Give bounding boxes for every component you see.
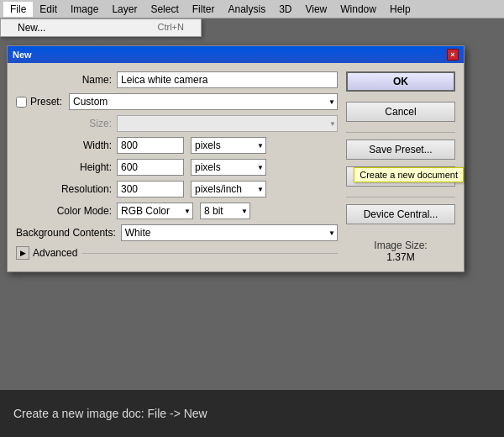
dialog-left-panel: Name: Preset: Custom ▼ Size:: [16, 71, 338, 263]
caption-text: Create a new image doc: File -> New: [13, 407, 207, 420]
dialog-close-button[interactable]: ×: [447, 49, 459, 61]
menu-image[interactable]: Image: [64, 2, 105, 17]
preset-checkbox[interactable]: [16, 97, 27, 108]
size-label: Size:: [16, 118, 117, 129]
width-row: Width: pixelsinchescm ▼: [16, 137, 338, 154]
size-input[interactable]: [117, 115, 338, 132]
advanced-toggle-button[interactable]: ▶: [16, 246, 29, 260]
dialog-title: New: [13, 50, 32, 60]
height-unit-select[interactable]: pixelsinchescm: [191, 159, 266, 176]
image-size-value: 1.37M: [346, 251, 455, 263]
ok-button[interactable]: OK: [346, 71, 455, 92]
bg-select[interactable]: WhiteBackground ColorTransparent: [121, 224, 338, 241]
name-input[interactable]: [117, 71, 338, 88]
new-document-dialog: New × Name: Preset: Custom: [7, 45, 465, 272]
device-central-button[interactable]: Device Central...: [346, 204, 455, 224]
width-unit-select[interactable]: pixelsinchescm: [191, 137, 266, 154]
advanced-label: Advanced: [33, 247, 77, 259]
caption-bar: Create a new image doc: File -> New: [0, 390, 504, 437]
name-label: Name:: [16, 74, 117, 86]
menu-edit[interactable]: Edit: [33, 2, 64, 17]
name-row: Name:: [16, 71, 338, 88]
menu-view[interactable]: View: [298, 2, 333, 17]
file-menu-dropdown: New... Ctrl+N: [0, 18, 202, 37]
height-row: Height: pixelsinchescm ▼: [16, 159, 338, 176]
cancel-button[interactable]: Cancel: [346, 102, 455, 122]
menu-help[interactable]: Help: [383, 2, 417, 17]
width-label: Width:: [16, 140, 117, 151]
resolution-input[interactable]: [117, 181, 184, 197]
height-input[interactable]: [117, 159, 184, 176]
menu-window[interactable]: Window: [333, 2, 383, 17]
resolution-label: Resolution:: [16, 183, 117, 195]
resolution-unit-select[interactable]: pixels/inchpixels/cm: [191, 181, 266, 197]
advanced-divider: [82, 253, 338, 254]
color-mode-row: Color Mode: RGB ColorGrayscaleCMYK Color…: [16, 203, 338, 219]
save-preset-button[interactable]: Save Preset...: [346, 140, 455, 160]
preset-label: Preset:: [30, 96, 66, 108]
menu-layer[interactable]: Layer: [105, 2, 144, 17]
height-label: Height:: [16, 161, 117, 173]
background-contents-row: Background Contents: WhiteBackground Col…: [16, 224, 338, 241]
bit-depth-select[interactable]: 8 bit16 bit32 bit: [200, 203, 250, 219]
menu-filter[interactable]: Filter: [186, 2, 222, 17]
menu-file[interactable]: File: [3, 2, 33, 17]
bg-label: Background Contents:: [16, 227, 121, 239]
preset-row: Preset: Custom ▼: [16, 93, 338, 110]
menu-new-item[interactable]: New... Ctrl+N: [1, 19, 201, 36]
advanced-row: ▶ Advanced: [16, 246, 338, 260]
menu-3d[interactable]: 3D: [272, 2, 298, 17]
dialog-titlebar: New ×: [8, 46, 464, 63]
color-mode-label: Color Mode:: [16, 205, 117, 217]
menu-bar: File Edit Image Layer Select Filter Anal…: [0, 0, 504, 18]
image-size-label: Image Size:: [346, 240, 455, 251]
color-mode-select[interactable]: RGB ColorGrayscaleCMYK Color: [117, 203, 193, 219]
resolution-row: Resolution: pixels/inchpixels/cm ▼: [16, 181, 338, 197]
preset-select[interactable]: Custom: [69, 93, 338, 110]
size-row: Size: ▼: [16, 115, 338, 132]
menu-analysis[interactable]: Analysis: [221, 2, 272, 17]
size-arrow-icon: ▼: [329, 120, 336, 128]
tooltip: Create a new document: [354, 167, 464, 182]
image-size-info: Image Size: 1.37M: [346, 240, 455, 263]
menu-select[interactable]: Select: [144, 2, 185, 17]
width-input[interactable]: [117, 137, 184, 154]
